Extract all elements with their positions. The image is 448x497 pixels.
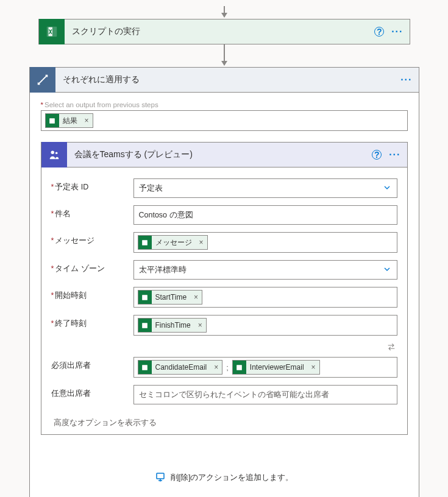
start-time-label: 開始時刻 (55, 291, 87, 300)
svg-rect-7 (142, 365, 148, 370)
optional-attendees-input[interactable]: セミコロンで区切られたイベントの省略可能な出席者 (133, 385, 397, 404)
help-icon[interactable]: ? (374, 27, 384, 37)
token-result[interactable]: 結果 × (45, 113, 93, 128)
apply-to-each-body: *Select an output from previous steps 結果… (29, 93, 419, 497)
svg-rect-6 (142, 323, 148, 328)
add-action-button[interactable]: 削[除]のアクションを追加します。 (41, 471, 408, 484)
teams-icon (41, 142, 67, 167)
token-remove-icon[interactable]: × (308, 363, 319, 372)
token-remove-icon[interactable]: × (190, 293, 202, 301)
help-icon[interactable]: ? (372, 150, 382, 160)
excel-icon (233, 361, 246, 374)
optional-attendees-label: 任意出席者 (51, 389, 91, 398)
add-action-icon (155, 471, 166, 484)
token-intervieweremail[interactable]: InterviewerEmail × (232, 360, 320, 375)
subject-input[interactable]: Contoso の意図 (133, 205, 397, 225)
excel-icon (138, 236, 152, 249)
token-remove-icon[interactable]: × (81, 116, 93, 125)
start-time-field[interactable]: StartTime × (133, 287, 397, 308)
svg-rect-1 (49, 118, 55, 124)
timezone-label: タイム ゾーン (55, 264, 104, 273)
message-field[interactable]: メッセージ × (133, 232, 397, 253)
end-time-label: 終了時刻 (55, 319, 87, 328)
token-candidateemail[interactable]: CandidateEmail × (138, 360, 223, 375)
teams-meeting-title: 会議をTeamsする (プレビュー) (67, 149, 372, 160)
token-message[interactable]: メッセージ × (138, 235, 208, 250)
svg-point-3 (55, 152, 57, 154)
end-time-field[interactable]: FinishTime × (133, 315, 397, 336)
apply-to-each-title: それぞれに適用する (55, 74, 401, 85)
run-script-title: スクリプトの実行 (65, 26, 375, 37)
excel-icon (138, 361, 152, 374)
token-starttime[interactable]: StartTime × (138, 290, 203, 305)
run-script-node[interactable]: スクリプトの実行 ? ··· (38, 19, 410, 44)
svg-rect-9 (157, 473, 164, 479)
excel-icon (138, 319, 152, 332)
apply-to-each-node[interactable]: それぞれに適用する ··· (29, 67, 419, 93)
message-label: メッセージ (55, 236, 94, 245)
teams-meeting-body: *予定表 ID 予定表 *件名 (41, 167, 408, 435)
required-attendees-label: 必須出席者 (51, 361, 91, 370)
flow-arrow (224, 44, 225, 65)
chevron-down-icon (382, 183, 392, 194)
token-remove-icon[interactable]: × (196, 238, 207, 247)
chevron-down-icon (382, 264, 392, 276)
output-prompt-label: Select an output from previous steps (44, 101, 158, 108)
token-remove-icon[interactable]: × (194, 321, 206, 330)
excel-icon (39, 19, 65, 44)
show-advanced-options-link[interactable]: 高度なオプションを表示する (51, 408, 397, 428)
svg-rect-4 (142, 240, 148, 245)
teams-meeting-node[interactable]: 会議をTeamsする (プレビュー) ? ··· (41, 142, 408, 167)
loop-icon (30, 67, 55, 93)
swap-icon[interactable] (386, 342, 396, 353)
separator: ; (225, 363, 230, 372)
svg-rect-5 (142, 295, 148, 300)
calendar-id-label: 予定表 ID (55, 183, 88, 191)
timezone-select[interactable]: 太平洋標準時 (133, 260, 397, 280)
flow-arrow (224, 6, 225, 17)
calendar-id-select[interactable]: 予定表 (133, 178, 397, 198)
token-remove-icon[interactable]: × (210, 363, 222, 372)
excel-icon (138, 291, 152, 304)
token-finishtime[interactable]: FinishTime × (138, 318, 207, 333)
output-from-previous-field[interactable]: 結果 × (41, 110, 408, 131)
excel-icon (46, 114, 59, 127)
required-attendees-field[interactable]: CandidateEmail × ; InterviewerEmail × (133, 357, 397, 378)
svg-point-2 (51, 151, 54, 155)
svg-rect-8 (237, 365, 243, 370)
subject-label: 件名 (55, 210, 71, 218)
